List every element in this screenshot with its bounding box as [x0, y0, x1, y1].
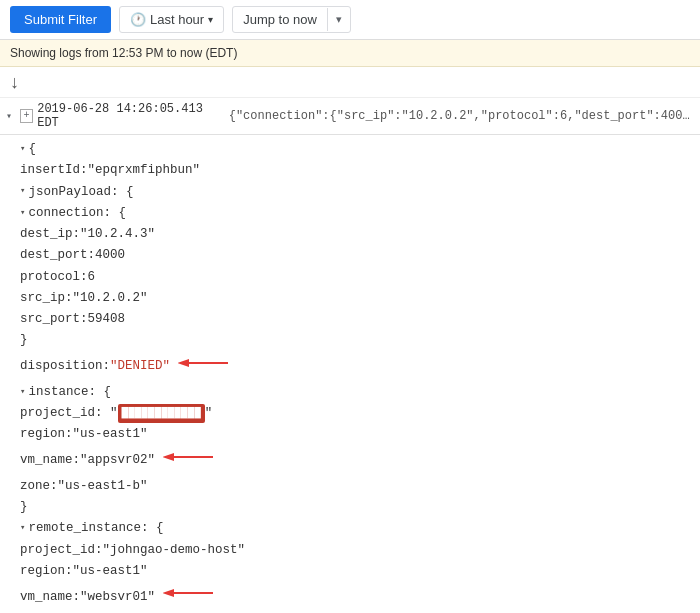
toolbar: Submit Filter 🕐 Last hour ▾ Jump to now … — [0, 0, 700, 40]
dest-ip-line: dest_ip: "10.2.4.3" — [20, 224, 700, 245]
connection-line: ▾ connection: { — [20, 203, 700, 224]
clock-icon: 🕐 — [130, 12, 146, 27]
remote-project-id-line: project_id: "johngao-demo-host" — [20, 540, 700, 561]
log-header-row[interactable]: ▾ + 2019-06-28 14:26:05.413 EDT {"connec… — [0, 98, 700, 135]
last-hour-label: Last hour — [150, 12, 204, 27]
status-text: Showing logs from 12:53 PM to now (EDT) — [10, 46, 237, 60]
vm-name-instance-line: vm_name: "appsvr02" — [20, 446, 700, 476]
log-timestamp: 2019-06-28 14:26:05.413 EDT — [37, 102, 225, 130]
json-payload-expand[interactable]: ▾ — [20, 184, 25, 199]
protocol-line: protocol: 6 — [20, 267, 700, 288]
zone-instance-line: zone: "us-east1-b" — [20, 476, 700, 497]
jump-to-now-button[interactable]: Jump to now ▾ — [232, 6, 351, 33]
remote-instance-expand[interactable]: ▾ — [20, 521, 25, 536]
dest-port-line: dest_port: 4000 — [20, 245, 700, 266]
log-preview-text: {"connection":{"src_ip":"10.2.0.2","prot… — [229, 109, 694, 123]
connection-close: } — [20, 330, 700, 351]
log-detail-tree: ▾ { insertId: "epqrxmfiphbun" ▾ jsonPayl… — [0, 135, 700, 613]
remote-region-line: region: "us-east1" — [20, 561, 700, 582]
instance-expand[interactable]: ▾ — [20, 385, 25, 400]
submit-filter-button[interactable]: Submit Filter — [10, 6, 111, 33]
project-id-redacted: ████████████ — [118, 404, 205, 423]
collapse-triangle-icon[interactable]: ▾ — [6, 110, 16, 122]
json-payload-line: ▾ jsonPayload: { — [20, 182, 700, 203]
jump-main[interactable]: Jump to now — [233, 7, 327, 32]
status-bar: Showing logs from 12:53 PM to now (EDT) — [0, 40, 700, 67]
connection-expand[interactable]: ▾ — [20, 206, 25, 221]
expand-plus-icon[interactable]: + — [20, 109, 34, 123]
instance-close: } — [20, 497, 700, 518]
insert-id-line: insertId: "epqrxmfiphbun" — [20, 160, 700, 181]
disposition-line: disposition: "DENIED" — [20, 352, 700, 382]
jump-dropdown-arrow[interactable]: ▾ — [327, 8, 350, 31]
download-area: ↓ — [0, 67, 700, 98]
vmname-remote-arrow — [163, 582, 218, 612]
root-expand-icon[interactable]: ▾ — [20, 142, 25, 157]
disposition-arrow — [178, 352, 233, 382]
src-port-line: src_port: 59408 — [20, 309, 700, 330]
root-open: ▾ { — [20, 139, 700, 160]
last-hour-button[interactable]: 🕐 Last hour ▾ — [119, 6, 224, 33]
vmname-instance-arrow — [163, 446, 218, 476]
remote-instance-line: ▾ remote_instance: { — [20, 518, 700, 539]
download-icon[interactable]: ↓ — [10, 72, 19, 92]
project-id-line: project_id: " ████████████ " — [20, 403, 700, 424]
chevron-down-icon: ▾ — [208, 14, 213, 25]
region-instance-line: region: "us-east1" — [20, 424, 700, 445]
vm-name-remote-line: vm_name: "websvr01" — [20, 582, 700, 612]
src-ip-line: src_ip: "10.2.0.2" — [20, 288, 700, 309]
instance-line: ▾ instance: { — [20, 382, 700, 403]
